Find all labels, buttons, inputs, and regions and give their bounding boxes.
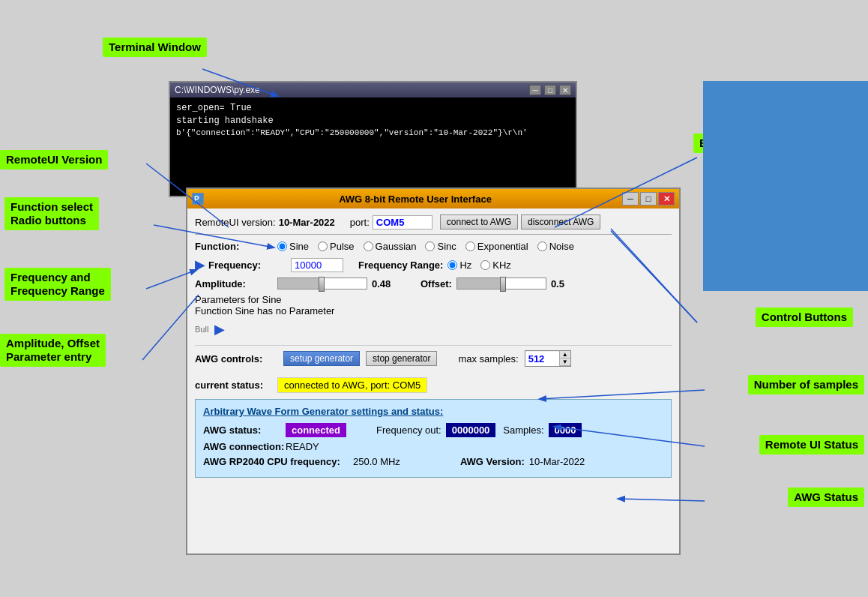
freq-range-label: Frequency Range: (358, 260, 443, 271)
offset-label: Offset: (421, 278, 452, 290)
svg-text:P: P (194, 195, 199, 203)
awg-cpu-value: 250.0 MHz (353, 456, 400, 467)
freq-out-value: 0000000 (446, 423, 496, 437)
offset-value: 0.5 (551, 278, 577, 290)
radio-gaussian[interactable]: Gaussian (364, 241, 417, 252)
terminal-minimize-btn[interactable]: ─ (529, 85, 541, 95)
amplitude-label: Amplitude: (195, 278, 277, 290)
current-status-value: connected to AWG, port: COM5 (277, 377, 427, 393)
samples-spinners: ▲ ▼ (559, 351, 570, 366)
amplitude-slider-container: 0.48 (277, 278, 398, 290)
amplitude-slider[interactable] (277, 278, 367, 290)
radio-exponential[interactable]: Exponential (465, 241, 528, 252)
connect-btn[interactable]: connect to AWG (440, 214, 518, 230)
annotation-function-select: Function select Radio buttons (4, 197, 99, 230)
terminal-win-controls: ─ □ ✕ (529, 85, 571, 95)
awg-conn-value: READY (286, 441, 319, 452)
awg-body: RemoteUI version: 10-Mar-2022 port: conn… (187, 208, 679, 484)
function-radio-group: Sine Pulse Gaussian Sinc Exponential Noi… (277, 241, 574, 252)
terminal-close-btn[interactable]: ✕ (559, 85, 571, 95)
awg-window: P AWG 8-bit Remote User Interface ─ □ ✕ … (186, 188, 681, 555)
awg-title: AWG 8-bit Remote User Interface (208, 194, 622, 205)
awg-status-main-row: AWG status: connected Frequency out: 000… (203, 423, 663, 437)
awg-status-value: connected (286, 423, 346, 437)
setup-generator-btn[interactable]: setup generator (283, 351, 360, 366)
annotation-terminal: Terminal Window (103, 38, 207, 57)
max-samples-container: ▲ ▼ (525, 350, 571, 367)
params-desc: Function Sine has no Parameter (195, 305, 672, 316)
freq-range-radio-group: Hz KHz (447, 260, 510, 271)
awg-status-panel: Arbitrary Wave Form Generator settings a… (195, 399, 672, 478)
version-port-row: RemoteUI version: 10-Mar-2022 port: conn… (195, 214, 672, 235)
terminal-titlebar: C:\WINDOWS\py.exe ─ □ ✕ (170, 82, 576, 98)
params-section: Parameters for Sine Function Sine has no… (195, 294, 672, 316)
annotation-amplitude: Amplitude, Offset Parameter entry (0, 334, 106, 367)
freq-arrow-icon: ▶ (195, 256, 205, 273)
radio-hz[interactable]: Hz (447, 260, 471, 271)
awg-version-label: AWG Version: (460, 456, 525, 467)
current-status-label: current status: (195, 380, 277, 391)
terminal-title: C:\WINDOWS\py.exe (175, 85, 260, 95)
bull-area: Bull ▶ (195, 321, 672, 338)
frequency-row: ▶ Frequency: Frequency Range: Hz KHz (195, 256, 672, 273)
offset-slider-container: 0.5 (456, 278, 577, 290)
annotation-num-samples: Number of samples (748, 375, 864, 394)
terminal-window: C:\WINDOWS\py.exe ─ □ ✕ ser_open= True s… (169, 81, 577, 197)
awg-panel-title: Arbitrary Wave Form Generator settings a… (203, 406, 663, 417)
amplitude-value: 0.48 (372, 278, 398, 290)
terminal-line3: b'{"connection":"READY","CPU":"250000000… (176, 128, 570, 139)
radio-pulse[interactable]: Pulse (318, 241, 355, 252)
radio-khz[interactable]: KHz (480, 260, 511, 271)
amplitude-offset-row: Amplitude: 0.48 Offset: 0.5 (195, 278, 672, 290)
awg-maximize-btn[interactable]: □ (640, 192, 657, 206)
terminal-line2: starting handshake (176, 115, 570, 128)
radio-noise[interactable]: Noise (537, 241, 574, 252)
freq-out-label: Frequency out: (376, 424, 441, 436)
samples-up-btn[interactable]: ▲ (560, 351, 570, 358)
max-samples-label: max samples: (458, 353, 518, 364)
awg-minimize-btn[interactable]: ─ (622, 192, 639, 206)
awg-connection-row: AWG connection: READY (203, 441, 663, 452)
awg-win-controls: ─ □ ✕ (622, 192, 675, 206)
version-label: RemoteUI version: (195, 217, 276, 228)
radio-sinc[interactable]: Sinc (425, 241, 456, 252)
awg-conn-label: AWG connection: (203, 441, 286, 452)
frequency-input[interactable] (291, 258, 343, 272)
annotation-control-buttons: Control Buttons (756, 308, 853, 327)
samples-label: Samples: (503, 424, 543, 436)
status-row: current status: connected to AWG, port: … (195, 377, 672, 393)
awg-close-btn[interactable]: ✕ (658, 192, 675, 206)
function-row: Function: Sine Pulse Gaussian Sinc Expon… (195, 241, 672, 252)
version-value: 10-Mar-2022 (279, 217, 335, 228)
radio-sine[interactable]: Sine (277, 241, 309, 252)
bull-arrow-icon: ▶ (214, 321, 225, 338)
awg-status-label: AWG status: (203, 424, 286, 436)
terminal-line1: ser_open= True (176, 102, 570, 115)
terminal-maximize-btn[interactable]: □ (544, 85, 556, 95)
params-header: Parameters for Sine (195, 294, 672, 305)
annotation-remote-ui-version: RemoteUI Version (0, 150, 108, 170)
awg-window-icon: P (192, 193, 204, 205)
awg-controls-label: AWG controls: (195, 353, 277, 364)
stop-generator-btn[interactable]: stop generator (366, 351, 437, 366)
max-samples-input[interactable] (525, 352, 559, 366)
awg-cpu-label: AWG RP2040 CPU frequency: (203, 456, 353, 467)
bull-label: Bull (195, 325, 208, 334)
function-label: Function: (195, 241, 277, 252)
blue-background (703, 81, 868, 291)
frequency-label: Frequency: (208, 260, 291, 271)
port-label: port: (350, 217, 370, 228)
awg-titlebar: P AWG 8-bit Remote User Interface ─ □ ✕ (187, 189, 679, 208)
samples-value: 0000 (549, 423, 582, 437)
annotation-remote-ui-status: Remote UI Status (759, 435, 864, 454)
samples-down-btn[interactable]: ▼ (560, 358, 570, 366)
terminal-body: ser_open= True starting handshake b'{"co… (170, 98, 576, 143)
awg-controls-row: AWG controls: setup generator stop gener… (195, 345, 672, 371)
annotation-frequency: Frequency and Frequency Range (4, 268, 111, 301)
awg-version-value: 10-Mar-2022 (529, 456, 585, 467)
awg-cpu-row: AWG RP2040 CPU frequency: 250.0 MHz AWG … (203, 456, 663, 467)
offset-slider[interactable] (456, 278, 546, 290)
port-input[interactable] (373, 215, 433, 230)
annotation-awg-status: AWG Status (788, 488, 864, 507)
disconnect-btn[interactable]: disconnect AWG (521, 214, 600, 230)
